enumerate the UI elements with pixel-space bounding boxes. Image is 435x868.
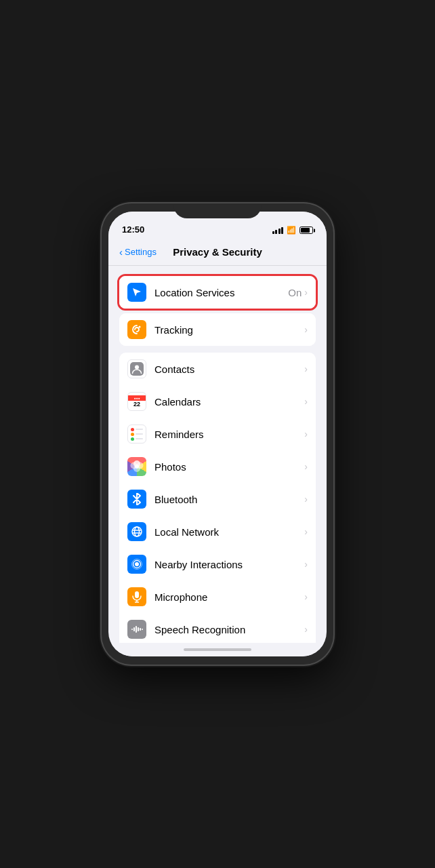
photos-row[interactable]: Photos › (119, 450, 316, 483)
bluetooth-chevron-icon: › (304, 494, 308, 505)
microphone-label: Microphone (154, 591, 304, 603)
speech-recognition-row[interactable]: Speech Recognition › (119, 613, 316, 643)
wifi-icon: 📶 (287, 226, 296, 235)
person-icon (130, 362, 144, 376)
svg-point-12 (135, 562, 139, 566)
bluetooth-symbol-icon (132, 493, 142, 505)
location-services-label: Location Services (154, 287, 288, 298)
bluetooth-icon (127, 490, 146, 509)
calendar-top: ●●● (128, 395, 146, 401)
local-network-icon (127, 522, 146, 541)
microphone-chevron-icon: › (304, 591, 308, 602)
photos-flower-icon (127, 457, 146, 476)
bluetooth-row[interactable]: Bluetooth › (119, 483, 316, 515)
bluetooth-label: Bluetooth (154, 494, 304, 505)
nearby-interactions-label: Nearby Interactions (154, 559, 304, 570)
contacts-label: Contacts (154, 363, 304, 375)
reminders-row[interactable]: Reminders › (119, 418, 316, 450)
tracking-chevron-icon: › (304, 324, 308, 335)
nearby-interactions-chevron-icon: › (304, 559, 308, 570)
microphone-icon (127, 587, 146, 606)
tracking-label: Tracking (154, 324, 304, 336)
microphone-row[interactable]: Microphone › (119, 580, 316, 613)
calendar-date: 22 (133, 401, 140, 408)
reminders-icon (127, 425, 146, 443)
reminders-label: Reminders (154, 429, 304, 440)
status-icons: 📶 (272, 226, 314, 235)
location-services-chevron-icon: › (304, 287, 308, 298)
back-chevron-icon: ‹ (119, 246, 123, 258)
nav-bar: ‹ Settings Privacy & Security (108, 239, 327, 266)
location-arrow-icon (131, 287, 142, 298)
svg-rect-18 (131, 629, 133, 630)
status-time: 12:50 (122, 224, 144, 235)
svg-point-2 (135, 366, 139, 370)
local-network-chevron-icon: › (304, 526, 308, 537)
phone-screen: 12:50 📶 ‹ Settings Privacy & Secur (108, 212, 327, 656)
nearby-symbol-icon (131, 558, 143, 570)
tracking-group: Tracking › (119, 313, 316, 346)
svg-rect-19 (133, 627, 135, 631)
tracking-icon (127, 320, 146, 339)
speech-recognition-icon (127, 620, 146, 639)
mic-symbol-icon (131, 591, 142, 603)
battery-icon (299, 226, 313, 234)
calendars-chevron-icon: › (304, 396, 308, 407)
contacts-icon (127, 359, 146, 378)
svg-point-7 (135, 465, 139, 469)
contacts-chevron-icon: › (304, 363, 308, 374)
home-indicator (108, 643, 327, 656)
svg-point-8 (132, 527, 142, 536)
home-bar (184, 648, 251, 651)
svg-point-0 (139, 326, 141, 328)
nearby-interactions-icon (127, 555, 146, 574)
svg-point-9 (135, 527, 140, 536)
location-services-highlight: Location Services On › (117, 274, 318, 311)
nearby-interactions-row[interactable]: Nearby Interactions › (119, 548, 316, 580)
calendars-icon: ●●● 22 (127, 392, 146, 411)
photos-label: Photos (154, 461, 304, 473)
signal-bars-icon (272, 227, 284, 234)
location-services-value: On (288, 287, 302, 298)
svg-rect-23 (142, 629, 143, 630)
back-button[interactable]: ‹ Settings (119, 246, 157, 258)
speech-recognition-label: Speech Recognition (154, 624, 304, 635)
phone-frame: 12:50 📶 ‹ Settings Privacy & Secur (102, 203, 333, 665)
photos-chevron-icon: › (304, 461, 308, 472)
tracking-row[interactable]: Tracking › (119, 313, 316, 346)
svg-rect-15 (135, 591, 139, 598)
local-network-label: Local Network (154, 526, 304, 538)
calendars-label: Calendars (154, 396, 304, 408)
calendars-row[interactable]: ●●● 22 Calendars › (119, 385, 316, 418)
main-settings-group: Contacts › ●●● 22 Calendars › (119, 353, 316, 643)
speech-symbol-icon (131, 625, 143, 634)
svg-rect-22 (140, 628, 141, 631)
globe-icon (131, 526, 143, 538)
content-area: Location Services On › T (108, 266, 327, 643)
photos-icon (127, 457, 146, 476)
svg-rect-21 (138, 627, 139, 631)
notch (173, 203, 262, 218)
tracking-symbol-icon (131, 323, 143, 336)
speech-recognition-chevron-icon: › (304, 624, 308, 635)
location-services-icon (127, 283, 146, 302)
location-services-row[interactable]: Location Services On › (119, 276, 316, 309)
local-network-row[interactable]: Local Network › (119, 515, 316, 548)
contacts-row[interactable]: Contacts › (119, 353, 316, 385)
back-label: Settings (125, 247, 157, 257)
page-title: Privacy & Security (173, 246, 262, 258)
svg-rect-20 (136, 626, 137, 633)
reminders-chevron-icon: › (304, 429, 308, 439)
